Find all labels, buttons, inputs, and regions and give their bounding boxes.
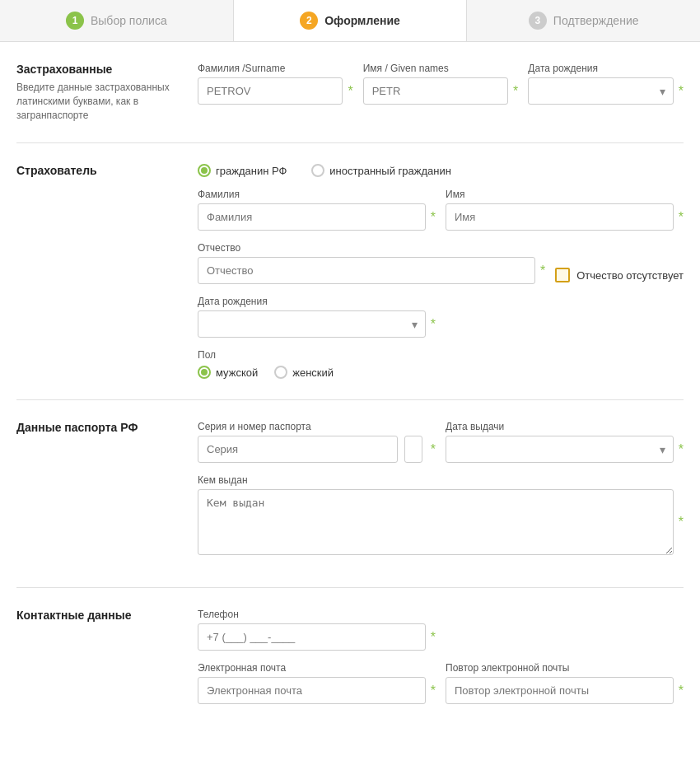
no-patronymic-checkbox[interactable] [555, 268, 570, 282]
step-1[interactable]: 1 Выбор полиса [0, 0, 234, 41]
contacts-section: Контактные данные Телефон * Электронная … [16, 588, 684, 736]
citizenship-foreign-group[interactable]: иностранный гражданин [311, 164, 451, 177]
given-names-input[interactable] [363, 77, 508, 105]
surname-required: * [348, 84, 352, 99]
citizenship-foreign-label: иностранный гражданин [329, 165, 451, 177]
passport-row: Серия и номер паспорта * Дата выдачи [198, 421, 684, 463]
policyholder-section-label: Страхователь [16, 164, 181, 379]
passport-issue-date-label: Дата выдачи [446, 421, 684, 432]
phone-group: Телефон * [198, 609, 436, 651]
passport-series-num-label: Серия и номер паспорта [198, 421, 436, 432]
citizenship-rf-label: гражданин РФ [216, 165, 287, 177]
given-names-label: Имя / Given names [363, 63, 519, 74]
gender-female-radio[interactable] [274, 366, 287, 379]
insured-section: Застрахованные Введите данные застрахова… [16, 42, 684, 143]
email-group: Электронная почта * [198, 662, 436, 704]
ph-patronymic-group: Отчество * [198, 242, 545, 284]
dob-select[interactable] [528, 77, 673, 105]
ph-gender-container: Пол мужской женский [198, 349, 684, 379]
email-label: Электронная почта [198, 662, 436, 674]
ph-patronymic-row: Отчество * Отчество отсутствует [198, 242, 684, 284]
insured-title: Застрахованные [16, 63, 181, 76]
ph-patronymic-label: Отчество [198, 242, 545, 254]
surname-label: Фамилия /Surname [198, 63, 353, 74]
passport-issue-date-group: Дата выдачи ▾ * [446, 421, 684, 463]
passport-section-label: Данные паспорта РФ [16, 421, 181, 567]
phone-input[interactable] [198, 623, 426, 651]
insured-name-row: Фамилия /Surname * Имя / Given names * Д… [198, 63, 684, 105]
step-1-number: 1 [66, 12, 84, 30]
insured-section-label: Застрахованные Введите данные застрахова… [16, 63, 181, 122]
ph-dob-label: Дата рождения [198, 296, 436, 307]
ph-surname-required: * [431, 210, 436, 225]
phone-label: Телефон [198, 609, 436, 620]
ph-dob-group: Дата рождения ▾ * [198, 296, 436, 338]
no-patronymic-wrapper: Отчество отсутствует [555, 268, 684, 284]
step-2-label: Оформление [324, 14, 400, 27]
ph-patronymic-input[interactable] [198, 257, 535, 284]
policyholder-fields: гражданин РФ иностранный гражданин Фамил… [198, 164, 684, 379]
step-1-label: Выбор полиса [91, 14, 167, 27]
citizenship-rf-group[interactable]: гражданин РФ [198, 164, 287, 177]
email-required: * [431, 684, 436, 698]
dob-select-wrapper: ▾ [528, 77, 673, 105]
citizenship-foreign-radio[interactable] [311, 164, 324, 177]
ph-surname-input[interactable] [198, 203, 426, 231]
ph-patronymic-required: * [540, 264, 545, 278]
passport-issued-label: Кем выдан [198, 474, 684, 486]
email-repeat-input[interactable] [446, 677, 674, 704]
step-3-label: Подтверждение [553, 14, 639, 27]
contacts-fields: Телефон * Электронная почта * [198, 609, 684, 716]
surname-input[interactable] [198, 77, 343, 105]
gender-male-label: мужской [216, 366, 258, 379]
passport-required: * [431, 442, 436, 457]
given-names-required: * [513, 84, 518, 99]
policyholder-section: Страхователь гражданин РФ иностранный гр… [16, 143, 684, 400]
email-input[interactable] [198, 677, 426, 704]
passport-date-select[interactable] [446, 436, 674, 463]
ph-gender-label: Пол [198, 349, 684, 361]
passport-issued-row: Кем выдан * [198, 474, 684, 555]
step-3[interactable]: 3 Подтверждение [467, 0, 700, 41]
passport-issued-required: * [679, 515, 684, 530]
gender-male-radio[interactable] [198, 366, 211, 379]
ph-dob-select-wrapper: ▾ [198, 310, 426, 338]
email-row: Электронная почта * Повтор электронной п… [198, 662, 684, 704]
step-2[interactable]: 2 Оформление [234, 0, 468, 41]
ph-name-label: Имя [446, 189, 684, 200]
ph-surname-group: Фамилия * [198, 189, 436, 231]
passport-issued-group: Кем выдан * [198, 474, 684, 555]
passport-series-input[interactable] [198, 436, 398, 463]
ph-name-group: Имя * [446, 189, 684, 231]
given-names-group: Имя / Given names * [363, 63, 519, 105]
step-3-number: 3 [529, 12, 547, 30]
passport-series-num-group: Серия и номер паспорта * [198, 421, 436, 463]
citizenship-rf-radio[interactable] [198, 164, 211, 177]
passport-section: Данные паспорта РФ Серия и номер паспорт… [16, 400, 684, 588]
passport-number-input[interactable] [404, 436, 422, 463]
email-repeat-label: Повтор электронной почты [446, 662, 684, 674]
gender-male-group[interactable]: мужской [198, 366, 258, 379]
ph-dob-select[interactable] [198, 310, 426, 338]
passport-issued-textarea[interactable] [198, 489, 674, 555]
form-content: Застрахованные Введите данные застрахова… [0, 42, 700, 736]
no-patronymic-group[interactable]: Отчество отсутствует [555, 268, 684, 282]
passport-date-select-wrapper: ▾ [446, 436, 674, 463]
passport-date-required: * [679, 442, 684, 457]
gender-female-group[interactable]: женский [274, 366, 334, 379]
insured-subtitle: Введите данные застрахованных латинскими… [16, 81, 181, 122]
ph-name-input[interactable] [446, 203, 674, 231]
dob-required: * [679, 84, 684, 99]
dob-label: Дата рождения [528, 63, 684, 74]
citizenship-row: гражданин РФ иностранный гражданин [198, 164, 684, 177]
contacts-title: Контактные данные [16, 609, 181, 622]
ph-name-required: * [679, 210, 684, 225]
passport-fields: Серия и номер паспорта * Дата выдачи [198, 421, 684, 567]
gender-female-label: женский [292, 366, 334, 379]
email-repeat-required: * [679, 684, 684, 698]
step-2-number: 2 [300, 12, 318, 30]
surname-group: Фамилия /Surname * [198, 63, 353, 105]
ph-name-row: Фамилия * Имя * [198, 189, 684, 231]
contacts-section-label: Контактные данные [16, 609, 181, 716]
ph-gender-row: мужской женский [198, 366, 684, 379]
